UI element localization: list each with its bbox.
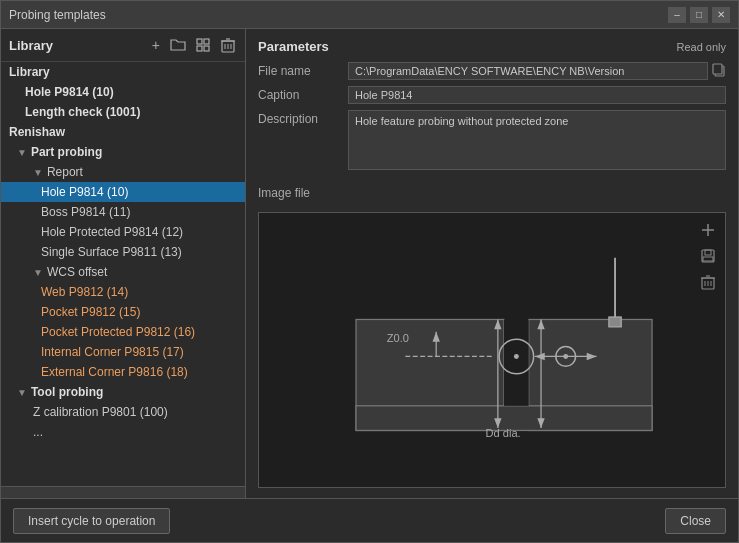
copy-icon <box>712 63 726 77</box>
horizontal-scrollbar[interactable] <box>1 486 245 498</box>
group-wcs-offset[interactable]: ▼WCS offset <box>1 262 245 282</box>
svg-rect-15 <box>705 250 711 255</box>
group-tool-probing[interactable]: ▼Tool probing <box>1 382 245 402</box>
param-value-caption: Hole P9814 <box>348 86 726 104</box>
left-panel: Library + <box>1 29 246 498</box>
add-image-button[interactable] <box>697 219 719 241</box>
right-panel: Parameters Read only File name C:\Progra… <box>246 29 738 498</box>
trash-icon-image <box>701 274 715 290</box>
copy-filename-button[interactable] <box>712 63 726 80</box>
param-label-caption: Caption <box>258 86 348 102</box>
trash-icon <box>221 37 235 53</box>
save-icon <box>700 248 716 264</box>
expand-arrow-part-probing: ▼ <box>17 147 27 158</box>
svg-rect-16 <box>703 257 713 261</box>
svg-rect-11 <box>713 64 722 74</box>
item-more-tool[interactable]: ... <box>1 422 245 442</box>
param-row-filename: File name C:\ProgramData\ENCY SOFTWARE\E… <box>258 62 726 80</box>
svg-rect-27 <box>504 319 529 405</box>
item-hole-protected-p9814-12[interactable]: Hole Protected P9814 (12) <box>1 222 245 242</box>
item-pocket-protected-p9812-16[interactable]: Pocket Protected P9812 (16) <box>1 322 245 342</box>
library-title: Library <box>9 38 53 53</box>
param-value-wrap-filename: C:\ProgramData\ENCY SOFTWARE\ENCY NB\Ver… <box>348 62 726 80</box>
insert-cycle-button[interactable]: Insert cycle to operation <box>13 508 170 534</box>
param-label-filename: File name <box>258 62 348 78</box>
svg-rect-33 <box>609 317 621 327</box>
read-only-badge: Read only <box>676 41 726 53</box>
expand-arrow-wcs: ▼ <box>33 267 43 278</box>
params-header: Parameters Read only <box>258 39 726 54</box>
expand-arrow-report: ▼ <box>33 167 43 178</box>
svg-rect-0 <box>197 39 202 44</box>
window-close-button[interactable]: ✕ <box>712 7 730 23</box>
group-report[interactable]: ▼Report <box>1 162 245 182</box>
delete-image-button[interactable] <box>697 271 719 293</box>
param-row-description: Description Hole feature probing without… <box>258 110 726 170</box>
item-hole-p9814-10[interactable]: Hole P9814 (10) <box>1 82 245 102</box>
probe-diagram: Z0.0 Dd dia. <box>282 227 701 474</box>
svg-text:Z0.0: Z0.0 <box>387 331 409 343</box>
expand-arrow-tool-probing: ▼ <box>17 387 27 398</box>
grid-icon <box>196 38 211 52</box>
svg-rect-2 <box>197 46 202 51</box>
item-single-surface-p9811-13[interactable]: Single Surface P9811 (13) <box>1 242 245 262</box>
tree-view[interactable]: Library Hole P9814 (10) Length check (10… <box>1 62 245 486</box>
folder-button[interactable] <box>168 35 188 55</box>
window-title: Probing templates <box>9 8 106 22</box>
maximize-button[interactable]: □ <box>690 7 708 23</box>
image-file-label: Image file <box>258 186 310 200</box>
title-bar: Probing templates – □ ✕ <box>1 1 738 29</box>
param-value-filename: C:\ProgramData\ENCY SOFTWARE\ENCY NB\Ver… <box>348 62 708 80</box>
add-library-button[interactable]: + <box>150 35 162 55</box>
item-hole-p9814-10-report[interactable]: Hole P9814 (10) <box>1 182 245 202</box>
folder-icon <box>170 38 186 52</box>
item-z-calibration-p9801-100[interactable]: Z calibration P9801 (100) <box>1 402 245 422</box>
window-controls: – □ ✕ <box>668 7 730 23</box>
left-panel-header: Library + <box>1 29 245 62</box>
image-side-buttons <box>697 219 719 293</box>
main-window: Probing templates – □ ✕ Library + <box>0 0 739 543</box>
item-pocket-p9812-15[interactable]: Pocket P9812 (15) <box>1 302 245 322</box>
item-external-corner-p9816-18[interactable]: External Corner P9816 (18) <box>1 362 245 382</box>
main-content: Library + <box>1 29 738 498</box>
param-value-wrap-caption: Hole P9814 <box>348 86 726 104</box>
param-row-caption: Caption Hole P9814 <box>258 86 726 104</box>
params-title: Parameters <box>258 39 329 54</box>
svg-rect-14 <box>702 250 714 262</box>
bottom-bar: Insert cycle to operation Close <box>1 498 738 542</box>
save-image-button[interactable] <box>697 245 719 267</box>
image-area: Z0.0 Dd dia. <box>258 212 726 488</box>
svg-rect-1 <box>204 39 209 44</box>
param-value-description: Hole feature probing without protected z… <box>348 110 726 170</box>
group-part-probing[interactable]: ▼Part probing <box>1 142 245 162</box>
grid-button[interactable] <box>194 35 213 55</box>
section-library[interactable]: Library <box>1 62 245 82</box>
svg-point-29 <box>514 354 519 359</box>
close-button[interactable]: Close <box>665 508 726 534</box>
svg-rect-3 <box>204 46 209 51</box>
plus-icon <box>700 222 716 238</box>
delete-library-button[interactable] <box>219 35 237 55</box>
section-renishaw[interactable]: Renishaw <box>1 122 245 142</box>
item-internal-corner-p9815-17[interactable]: Internal Corner P9815 (17) <box>1 342 245 362</box>
minimize-button[interactable]: – <box>668 7 686 23</box>
item-length-check-1001[interactable]: Length check (1001) <box>1 102 245 122</box>
param-label-description: Description <box>258 110 348 126</box>
param-value-wrap-description: Hole feature probing without protected z… <box>348 110 726 170</box>
item-web-p9812-14[interactable]: Web P9812 (14) <box>1 282 245 302</box>
svg-text:Dd dia.: Dd dia. <box>486 426 521 438</box>
item-boss-p9814-11[interactable]: Boss P9814 (11) <box>1 202 245 222</box>
toolbar-icons: + <box>150 35 237 55</box>
